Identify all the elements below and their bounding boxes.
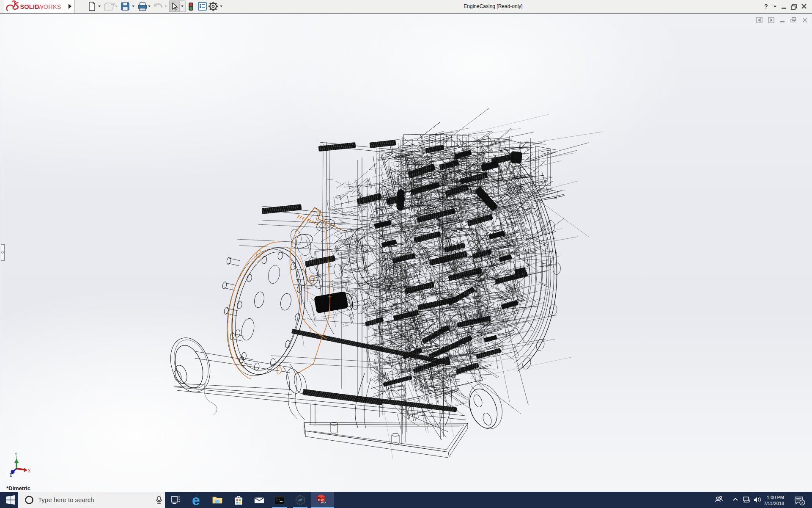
svg-text:S: S — [318, 498, 321, 502]
svg-text:?: ? — [764, 3, 768, 10]
svg-text:C:\: C:\ — [276, 498, 280, 501]
svg-text:SOLID: SOLID — [20, 3, 39, 10]
svg-text:WORKS: WORKS — [38, 3, 61, 10]
svg-text:X: X — [28, 469, 31, 473]
svg-text:3: 3 — [801, 501, 804, 505]
svg-text:2017: 2017 — [321, 501, 326, 504]
svg-text:Y: Y — [15, 452, 18, 457]
